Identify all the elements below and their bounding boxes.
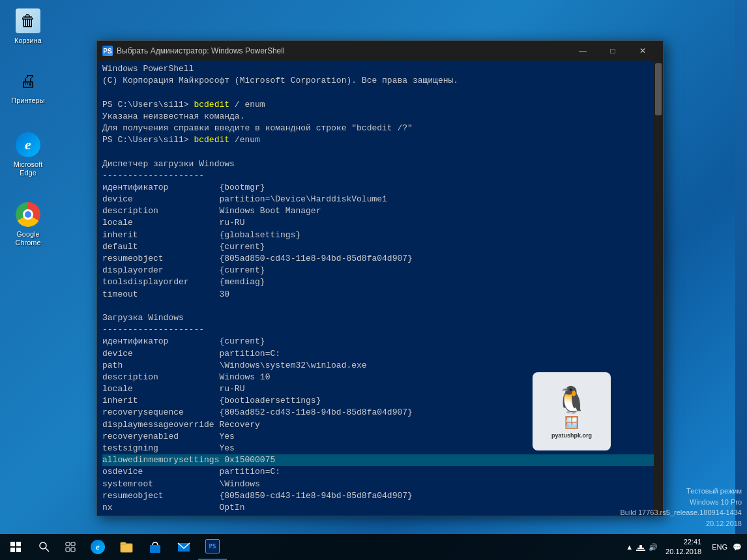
desktop-icon-printer[interactable]: Принтеры <box>5 65 51 108</box>
svg-point-0 <box>40 542 46 549</box>
taskbar: e PS <box>0 534 747 560</box>
watermark-text: pyatushpk.org <box>551 432 592 439</box>
desktop: Корзина Принтеры Microsoft Edge Google C… <box>0 0 747 560</box>
search-button[interactable] <box>31 534 57 560</box>
taskbar-powershell[interactable]: PS <box>198 534 227 560</box>
window-controls: — □ ✕ <box>568 41 658 61</box>
desktop-icon-recycle-bin[interactable]: Корзина <box>5 5 51 48</box>
watermark-line4: 20.12.2018 <box>620 518 742 529</box>
edge-icon <box>15 132 41 158</box>
scrollbar-thumb[interactable] <box>655 63 662 115</box>
powershell-title: Выбрать Администратор: Windows PowerShel… <box>117 46 568 55</box>
svg-rect-2 <box>66 542 70 546</box>
right-blue-bar <box>735 0 747 534</box>
svg-rect-11 <box>637 548 644 549</box>
minimize-button[interactable]: — <box>568 41 598 61</box>
tray-volume[interactable]: 🔊 <box>649 543 658 552</box>
start-button[interactable] <box>0 534 31 560</box>
taskbar-powershell-icon: PS <box>205 539 220 553</box>
line-highlighted: allowedinmemorysettings 0x15000075 <box>102 454 658 466</box>
penguin-icon: 🐧 <box>555 385 588 415</box>
cmd-bcdedit2: bcdedit <box>194 135 229 145</box>
desktop-icon-edge[interactable]: Microsoft Edge <box>5 129 51 180</box>
svg-line-1 <box>46 548 49 552</box>
network-icon <box>636 541 646 552</box>
maximize-button[interactable]: □ <box>598 41 628 61</box>
taskbar-store-icon <box>148 540 162 554</box>
edge-label: Microsoft Edge <box>14 160 43 177</box>
start-icon <box>10 542 21 552</box>
cmd-rest2: /enum Диспетчер загрузки Windows -------… <box>102 135 413 453</box>
tray-arrow[interactable]: ▲ <box>626 543 633 551</box>
powershell-content[interactable]: Windows PowerShell (С) Корпорация Майкро… <box>97 61 663 516</box>
search-icon <box>39 542 50 552</box>
taskbar-edge[interactable]: e <box>83 534 112 560</box>
chrome-icon <box>15 201 41 228</box>
taskbar-mail-icon <box>177 540 191 554</box>
desktop-icon-chrome[interactable]: Google Chrome <box>5 199 51 250</box>
powershell-window: PS Выбрать Администратор: Windows PowerS… <box>96 40 664 516</box>
chrome-label: Google Chrome <box>15 230 40 247</box>
svg-rect-12 <box>636 550 645 551</box>
powershell-icon: PS <box>102 46 113 56</box>
task-view-icon <box>65 542 76 552</box>
tray-network[interactable] <box>636 541 646 553</box>
recycle-bin-label: Корзина <box>14 37 42 45</box>
svg-rect-6 <box>121 544 132 552</box>
taskbar-edge-icon: e <box>91 540 105 554</box>
scrollbar[interactable] <box>654 61 663 516</box>
svg-rect-3 <box>71 542 75 546</box>
svg-rect-4 <box>66 548 70 552</box>
svg-rect-5 <box>71 548 75 552</box>
taskbar-explorer-icon <box>119 540 134 554</box>
watermark-overlay: 🐧 🪟 pyatushpk.org <box>533 372 611 450</box>
powershell-titlebar: PS Выбрать Администратор: Windows PowerS… <box>97 41 663 61</box>
printer-label: Принтеры <box>11 96 44 105</box>
taskbar-mail[interactable] <box>169 534 198 560</box>
language-indicator[interactable]: ENG <box>709 543 730 551</box>
task-view-button[interactable] <box>57 534 83 560</box>
svg-rect-10 <box>639 545 642 548</box>
recycle-bin-icon <box>15 8 41 34</box>
line-1: Windows PowerShell (С) Корпорация Майкро… <box>102 64 458 110</box>
taskbar-store[interactable] <box>141 534 169 560</box>
close-button[interactable]: ✕ <box>628 41 658 61</box>
taskbar-right: ▲ 🔊 22:41 20.12.2018 ENG 💬 <box>626 537 747 557</box>
clock-time: 22:41 <box>666 537 701 547</box>
cmd-bcdedit: bcdedit <box>194 100 229 110</box>
svg-rect-7 <box>121 542 126 544</box>
printer-icon <box>15 68 41 94</box>
svg-rect-8 <box>150 545 160 553</box>
taskbar-clock[interactable]: 22:41 20.12.2018 <box>660 537 707 557</box>
taskbar-explorer[interactable] <box>112 534 141 560</box>
clock-date: 20.12.2018 <box>666 547 701 557</box>
notification-center[interactable]: 💬 <box>733 543 742 552</box>
cmd-rest3: osdevice partition=C: systemroot \Window… <box>102 467 413 516</box>
